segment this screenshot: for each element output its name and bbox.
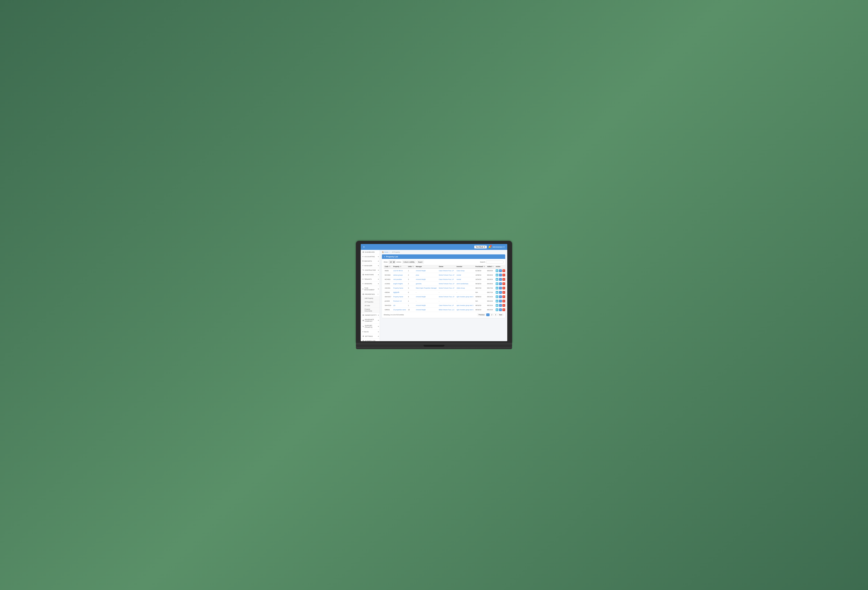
sidebar-sub-property-documents[interactable]: Property Documents — [361, 307, 380, 313]
cell-property: Premium 3.0 — [392, 299, 407, 303]
cell-manager: Armond Wright — [415, 303, 438, 308]
delete-button[interactable]: ✕ — [502, 282, 505, 285]
view-button[interactable]: ▶ — [496, 295, 498, 298]
cell-action: ▶ ✎ ✕ — [495, 277, 505, 282]
sidebar-item-tenants[interactable]: ≡ TENANTS — [361, 277, 380, 282]
sidebar-item-vendors[interactable]: ≡ VENDORS — [361, 282, 380, 286]
properties-submenu: Add Property All Properties All Units Pr… — [361, 296, 380, 313]
next-page-button[interactable]: Next — [498, 313, 503, 316]
delete-button[interactable]: ✕ — [502, 269, 505, 272]
col-investor[interactable]: Investor — [456, 265, 474, 268]
view-button[interactable]: ▶ — [496, 274, 498, 276]
cell-manager: Armond Wright — [415, 308, 438, 312]
sidebar-item-label: INSURANCE COMPANY — [365, 319, 378, 322]
cell-property: Property Name — [392, 295, 407, 299]
card-header: ≡ Property List — [382, 254, 505, 259]
sidebar-item-activity-log[interactable]: ⊞ ACTIVITY LOG — [361, 339, 380, 341]
view-button[interactable]: ▶ — [496, 308, 498, 311]
sidebar-item-task-management[interactable]: ≡ TASK MANAGMENT — [361, 286, 380, 292]
sidebar-item-properties[interactable]: ⊞ PROPERTIES — [361, 292, 380, 296]
delete-button[interactable]: ✕ — [502, 308, 505, 311]
sidebar-item-investors[interactable]: ⊞ INVESTORS — [361, 273, 380, 277]
entries-label: entries — [397, 261, 401, 263]
cell-property: 20 properties name — [392, 308, 407, 312]
notification-bell-button[interactable]: 🔔 1 — [488, 246, 491, 248]
delete-button[interactable]: ✕ — [502, 300, 505, 302]
edit-button[interactable]: ✎ — [499, 304, 502, 307]
delete-button[interactable]: ✕ — [502, 278, 505, 281]
page-3-button[interactable]: 3 — [494, 313, 497, 316]
view-button[interactable]: ▶ — [496, 269, 498, 272]
cell-units: 15 — [407, 308, 415, 312]
view-button[interactable]: ▶ — [496, 291, 498, 294]
breadcrumb-home-link[interactable]: Home — [384, 251, 388, 253]
sidebar-item-owner-entity[interactable]: ⊞ OWNER ENTITY — [361, 313, 380, 317]
page-1-button[interactable]: 1 — [486, 313, 490, 316]
sidebar-item-accounting[interactable]: ≡ ACCOUNTING — [361, 254, 380, 259]
hamburger-menu-button[interactable]: ≡ — [363, 246, 365, 248]
cell-units: 0 — [407, 290, 415, 295]
sidebar-sub-all-properties[interactable]: All Properties — [361, 300, 380, 304]
laptop-bottom — [356, 347, 512, 349]
col-code[interactable]: Code ⇅ — [384, 265, 392, 268]
col-property[interactable]: Property ⇅ — [392, 265, 407, 268]
sidebar-item-insurance[interactable]: ⊞ INSURANCE COMPANY — [361, 317, 380, 323]
edit-button[interactable]: ✎ — [499, 274, 502, 276]
cell-code: AC0002 — [384, 282, 392, 286]
cell-code: MCH002 — [384, 273, 392, 277]
sidebar-item-support[interactable]: ✎ SUPPORT (TICKETS) — [361, 323, 380, 329]
col-manager[interactable]: Manager — [415, 265, 438, 268]
search-input[interactable] — [486, 261, 503, 263]
edit-button[interactable]: ✎ — [499, 308, 502, 311]
cell-code: 53R001 — [384, 308, 392, 312]
delete-button[interactable]: ✕ — [502, 291, 505, 294]
sidebar-item-manager[interactable]: ≡ MANAGER — [361, 263, 380, 268]
entries-select[interactable]: 10 25 50 — [389, 261, 396, 263]
cell-owner: Monte Fortune Four, LP — [438, 286, 456, 290]
col-units[interactable]: Units ⇅ — [407, 265, 415, 268]
view-button[interactable]: ▶ — [496, 300, 498, 302]
edit-button[interactable]: ✎ — [499, 287, 502, 289]
test-mode-label: Test Mode — [475, 246, 483, 248]
sidebar-item-dashboard[interactable]: ⊞ DASHBOARD — [361, 250, 380, 254]
col-owner[interactable]: Owner — [438, 265, 456, 268]
sidebar-item-label: PROPERTIES — [365, 294, 375, 295]
sidebar-item-blog[interactable]: ≡ BLOG — [361, 329, 380, 334]
edit-button[interactable]: ✎ — [499, 269, 502, 272]
cell-owner: Bella Fortune Four, LLC — [438, 308, 456, 312]
edit-button[interactable]: ✎ — [499, 295, 502, 298]
edit-button[interactable]: ✎ — [499, 300, 502, 302]
edit-button[interactable]: ✎ — [499, 278, 502, 281]
page-2-button[interactable]: 2 — [490, 313, 493, 316]
sidebar-item-label: ACTIVITY LOG — [365, 340, 375, 341]
export-button[interactable]: Export — [417, 261, 424, 263]
edit-button[interactable]: ✎ — [499, 282, 502, 285]
view-button[interactable]: ▶ — [496, 287, 498, 289]
cell-units: 2 — [407, 282, 415, 286]
delete-button[interactable]: ✕ — [502, 287, 505, 289]
prev-page-button[interactable]: Previous — [477, 313, 486, 316]
sidebar-sub-add-property[interactable]: Add Property — [361, 296, 380, 300]
sidebar-item-settings[interactable]: ⚙ SETTINGS — [361, 334, 380, 339]
cell-investor: sjain investor group test 6 — [456, 295, 474, 299]
main-content: 🏠 Home » All Property ≡ Property List — [380, 250, 507, 341]
edit-button[interactable]: ✎ — [499, 291, 502, 294]
sidebar-item-reports[interactable]: $ REPORTS — [361, 259, 380, 263]
view-button[interactable]: ▶ — [496, 304, 498, 307]
column-visibility-button[interactable]: Column visibility — [402, 261, 416, 263]
property-table: Code ⇅ Property ⇅ Units ⇅ Manager Owner … — [384, 265, 505, 312]
cell-units: 1 — [407, 299, 415, 303]
delete-button[interactable]: ✕ — [502, 304, 505, 307]
sidebar-sub-all-units[interactable]: All Units — [361, 304, 380, 307]
col-purchased[interactable]: Purchased ⇅ — [474, 265, 486, 268]
view-button[interactable]: ▶ — [496, 278, 498, 281]
delete-button[interactable]: ✕ — [502, 295, 505, 298]
test-mode-button[interactable]: Test Mode ▼ — [474, 246, 487, 248]
tenants-icon: ≡ — [363, 278, 363, 280]
cell-investor: Alpha Group — [456, 286, 474, 290]
sidebar-item-contractor[interactable]: ✎ CONTRACTOR — [361, 268, 380, 273]
delete-button[interactable]: ✕ — [502, 274, 505, 276]
view-button[interactable]: ▶ — [496, 282, 498, 285]
admin-menu-button[interactable]: Administrator ▼ — [493, 246, 505, 248]
col-added[interactable]: Added ⇅ — [486, 265, 495, 268]
